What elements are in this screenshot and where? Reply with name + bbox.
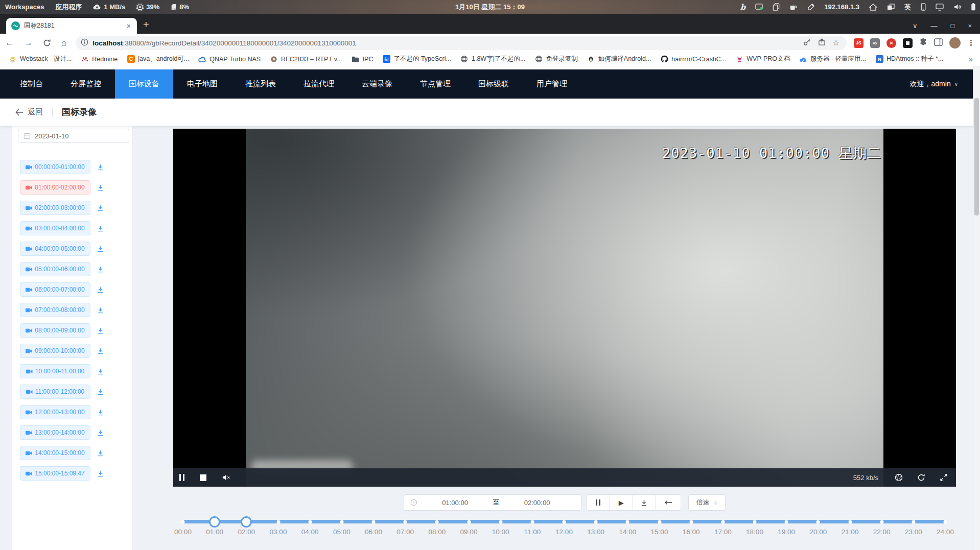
- windows-indicator-icon[interactable]: [887, 4, 895, 10]
- battery-icon[interactable]: [971, 3, 976, 11]
- record-segment-button[interactable]: 07:00:00-08:00:00: [20, 303, 90, 317]
- bookmark-item[interactable]: 免登录复制: [531, 53, 581, 65]
- refresh-icon[interactable]: [917, 473, 925, 482]
- browser-tab[interactable]: 国标28181 ×: [6, 18, 137, 34]
- download-segment-button[interactable]: [95, 407, 105, 417]
- record-segment-button[interactable]: 13:00:00-14:00:00: [20, 425, 90, 440]
- record-segment-button[interactable]: 10:00:00-11:00:00: [20, 364, 90, 378]
- workspaces-button[interactable]: Workspaces: [5, 3, 44, 11]
- fullscreen-icon[interactable]: [940, 473, 948, 482]
- transport-download-button[interactable]: [633, 494, 656, 511]
- record-segment-button[interactable]: 12:00:00-13:00:00: [20, 405, 90, 419]
- time-range-input[interactable]: 01:00:00 至 02:00:00: [404, 494, 581, 511]
- download-segment-button[interactable]: [95, 284, 105, 295]
- player-mute-icon[interactable]: [222, 474, 230, 481]
- applications-menu[interactable]: 应用程序: [55, 3, 82, 12]
- back-link[interactable]: 返回: [15, 107, 43, 117]
- bookmark-item[interactable]: hairrrrr/C-CrashC...: [657, 54, 730, 65]
- bookmark-item[interactable]: IPC: [348, 54, 377, 65]
- record-segment-button[interactable]: 08:00:00-09:00:00: [20, 323, 90, 338]
- transport-pause-button[interactable]: [587, 494, 610, 511]
- download-segment-button[interactable]: [95, 387, 105, 397]
- reload-button[interactable]: [38, 39, 56, 47]
- share-icon[interactable]: [818, 38, 826, 48]
- scrollbar-thumb[interactable]: [974, 98, 979, 216]
- nav-tab-8[interactable]: 节点管理: [406, 69, 464, 99]
- app-indicator-icon[interactable]: b: [740, 3, 746, 12]
- page-scrollbar[interactable]: [973, 66, 980, 550]
- record-segment-button[interactable]: 09:00:00-10:00:00: [20, 344, 90, 358]
- timeline-handle-start[interactable]: [209, 516, 220, 528]
- new-tab-button[interactable]: +: [143, 19, 149, 34]
- js-extension-icon[interactable]: JS: [854, 38, 864, 48]
- download-segment-button[interactable]: [95, 366, 105, 376]
- input-method-indicator[interactable]: 英: [904, 3, 911, 12]
- bookmark-item[interactable]: RFC2833 – RTP Ev...: [266, 54, 346, 65]
- nav-tab-4[interactable]: 电子地图: [173, 69, 231, 99]
- tab-close-icon[interactable]: ×: [125, 22, 133, 30]
- extensions-puzzle-icon[interactable]: [919, 38, 927, 48]
- snapshot-icon[interactable]: [895, 473, 903, 482]
- bookmark-star-icon[interactable]: ☆: [833, 38, 839, 47]
- record-segment-button[interactable]: 03:00:00-04:00:00: [20, 221, 90, 235]
- cpu-usage-indicator[interactable]: 39%: [136, 3, 159, 11]
- window-minimize-icon[interactable]: —: [931, 22, 938, 30]
- record-segment-button[interactable]: 11:00:00-12:00:00: [20, 385, 90, 399]
- blocker-extension-icon[interactable]: ×: [886, 38, 896, 48]
- nav-tab-1[interactable]: 控制台: [6, 69, 57, 99]
- record-segment-button[interactable]: 02:00:00-03:00:00: [20, 201, 90, 215]
- bookmark-item[interactable]: 如何编译Android...: [584, 53, 655, 65]
- download-segment-button[interactable]: [95, 305, 105, 315]
- home-button[interactable]: ⌂: [56, 38, 72, 48]
- timeline-track[interactable]: [183, 520, 945, 523]
- nav-tab-6[interactable]: 拉流代理: [290, 69, 348, 99]
- tab-search-icon[interactable]: ∨: [913, 22, 918, 30]
- download-segment-button[interactable]: [95, 325, 105, 336]
- download-segment-button[interactable]: [95, 223, 105, 233]
- download-segment-button[interactable]: [95, 203, 105, 213]
- bookmark-item[interactable]: QNAP Turbo NAS: [195, 54, 264, 65]
- gray-extension-icon[interactable]: ∞: [870, 38, 880, 48]
- record-segment-button[interactable]: 15:00:00-15:09:47: [20, 466, 90, 481]
- nav-tab-2[interactable]: 分屏监控: [57, 69, 115, 99]
- nav-tab-9[interactable]: 国标级联: [464, 69, 523, 99]
- record-segment-button[interactable]: 01:00:00-02:00:00: [20, 180, 90, 195]
- record-segment-button[interactable]: 06:00:00-07:00:00: [20, 282, 90, 297]
- notes-indicator-icon[interactable]: [755, 4, 763, 10]
- clipboard-indicator-icon[interactable]: [773, 3, 780, 11]
- bookmark-item[interactable]: 1.8W字|了不起的...: [457, 53, 529, 65]
- record-segment-button[interactable]: 04:00:00-05:00:00: [20, 242, 90, 256]
- bookmark-item[interactable]: WVP-PRO文档: [732, 53, 794, 65]
- download-segment-button[interactable]: [95, 162, 105, 172]
- home-indicator-icon[interactable]: [869, 4, 877, 11]
- download-segment-button[interactable]: [95, 448, 105, 458]
- nav-tab-7[interactable]: 云端录像: [348, 69, 406, 99]
- transport-play-button[interactable]: ▶: [610, 494, 633, 511]
- volume-icon[interactable]: [953, 4, 961, 10]
- bookmarks-overflow-icon[interactable]: »: [966, 55, 980, 63]
- password-key-icon[interactable]: [803, 38, 811, 48]
- player-stop-button[interactable]: [200, 474, 206, 481]
- nav-tab-10[interactable]: 用户管理: [523, 69, 581, 99]
- download-segment-button[interactable]: [95, 264, 105, 274]
- side-panel-icon[interactable]: [934, 38, 943, 48]
- nav-tab-5[interactable]: 推流列表: [231, 69, 290, 99]
- download-segment-button[interactable]: [95, 346, 105, 356]
- download-segment-button[interactable]: [95, 468, 105, 479]
- browser-menu-icon[interactable]: ⋮: [967, 38, 975, 47]
- ip-address-indicator[interactable]: 192.168.1.3: [824, 3, 859, 11]
- record-segment-button[interactable]: 05:00:00-06:00:00: [20, 262, 90, 276]
- bookmark-item[interactable]: Redmine: [77, 54, 121, 65]
- profile-avatar[interactable]: [949, 37, 961, 49]
- window-close-icon[interactable]: ×: [968, 22, 972, 30]
- site-info-icon[interactable]: [81, 38, 88, 48]
- dark-extension-icon[interactable]: [903, 38, 913, 48]
- bookmark-item[interactable]: 服务器 - 轻量应用...: [796, 53, 870, 65]
- user-menu[interactable]: 欢迎，admin ∨: [910, 69, 958, 99]
- bookmark-item[interactable]: 知了不起的 TypeScri...: [379, 53, 455, 65]
- back-button[interactable]: ←: [0, 38, 19, 48]
- download-segment-button[interactable]: [95, 427, 105, 438]
- nav-tab-3[interactable]: 国标设备: [115, 69, 173, 99]
- playback-speed-dropdown[interactable]: 倍速 ∨: [688, 494, 726, 511]
- record-segment-button[interactable]: 00:00:00-01:00:00: [20, 160, 90, 174]
